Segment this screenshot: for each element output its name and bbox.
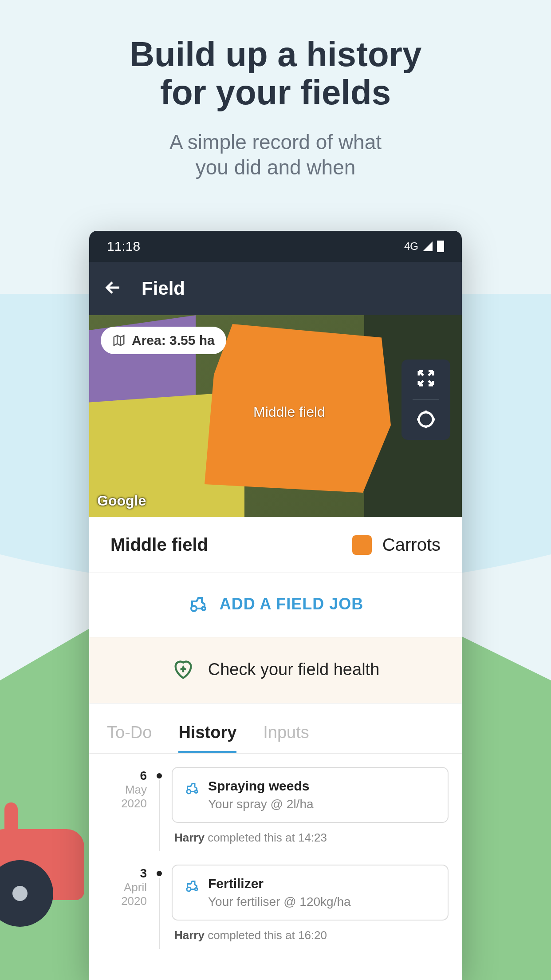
- svg-point-0: [419, 412, 433, 427]
- promo-header: Build up a history for your fields A sim…: [0, 0, 551, 181]
- app-bar: Field: [89, 262, 462, 315]
- locate-icon[interactable]: [415, 409, 437, 432]
- google-watermark: Google: [97, 493, 146, 509]
- history-entry: 3 April 2020 Fertilizer Your fertiliser …: [102, 865, 449, 949]
- status-time: 11:18: [107, 239, 140, 254]
- add-job-label: ADD A FIELD JOB: [220, 595, 363, 613]
- entry-completion: Harry completed this at 16:20: [174, 929, 449, 942]
- svg-point-2: [202, 607, 205, 610]
- timeline-marker: [155, 767, 164, 851]
- entry-date: 6 May 2020: [102, 767, 147, 851]
- field-info-row: Middle field Carrots: [89, 517, 462, 573]
- tab-todo[interactable]: To-Do: [107, 723, 152, 753]
- svg-point-6: [195, 888, 197, 891]
- network-label: 4G: [404, 240, 418, 253]
- entry-date: 3 April 2020: [102, 865, 147, 949]
- tractor-icon: [188, 593, 209, 615]
- promo-subtitle: A simple record of what you did and when: [0, 130, 551, 181]
- promo-title: Build up a history for your fields: [0, 36, 551, 112]
- history-card[interactable]: Spraying weeds Your spray @ 2l/ha: [172, 767, 449, 823]
- svg-point-4: [195, 790, 197, 793]
- crop-indicator: Carrots: [352, 535, 441, 555]
- map-icon: [112, 334, 126, 347]
- tractor-icon: [184, 780, 200, 796]
- history-entry: 6 May 2020 Spraying weeds Your spray @ 2…: [102, 767, 449, 851]
- heart-leaf-icon: [172, 658, 195, 681]
- device-frame: 11:18 4G Field Middle field Area: 3.55 h…: [89, 231, 462, 980]
- tractor-icon: [184, 878, 200, 894]
- back-arrow-icon[interactable]: [102, 277, 124, 300]
- crop-label: Carrots: [382, 535, 441, 555]
- timeline-marker: [155, 865, 164, 949]
- tab-inputs[interactable]: Inputs: [263, 723, 309, 753]
- tab-bar: To-Do History Inputs: [89, 703, 462, 754]
- status-icons: 4G: [404, 240, 444, 253]
- field-health-row[interactable]: Check your field health: [89, 637, 462, 703]
- history-card[interactable]: Fertilizer Your fertiliser @ 120kg/ha: [172, 865, 449, 921]
- signal-icon: [423, 241, 433, 251]
- crop-color-swatch: [352, 535, 372, 555]
- add-job-row[interactable]: ADD A FIELD JOB: [89, 573, 462, 637]
- page-title: Field: [142, 278, 185, 299]
- battery-icon: [437, 241, 444, 252]
- field-health-label: Check your field health: [208, 660, 380, 679]
- area-chip[interactable]: Area: 3.55 ha: [101, 327, 226, 354]
- area-value: Area: 3.55 ha: [132, 333, 215, 348]
- entry-title: Spraying weeds: [208, 778, 314, 794]
- svg-point-1: [191, 606, 197, 611]
- svg-point-3: [187, 790, 191, 794]
- expand-icon[interactable]: [415, 368, 437, 391]
- entry-title: Fertilizer: [208, 876, 351, 891]
- history-list: 6 May 2020 Spraying weeds Your spray @ 2…: [89, 754, 462, 949]
- map-field-label: Middle field: [253, 404, 325, 420]
- map-controls: [401, 360, 450, 440]
- entry-detail: Your spray @ 2l/ha: [208, 797, 314, 811]
- tab-history[interactable]: History: [178, 723, 236, 753]
- controls-divider: [413, 399, 439, 400]
- entry-detail: Your fertiliser @ 120kg/ha: [208, 895, 351, 909]
- field-name: Middle field: [110, 535, 208, 555]
- svg-point-5: [187, 887, 191, 891]
- field-map[interactable]: Middle field Area: 3.55 ha Google: [89, 315, 462, 517]
- entry-completion: Harry completed this at 14:23: [174, 831, 449, 845]
- status-bar: 11:18 4G: [89, 231, 462, 262]
